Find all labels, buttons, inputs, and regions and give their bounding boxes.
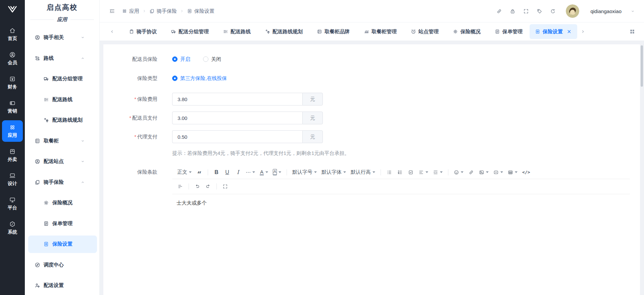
header-actions: qidiangaoxiao (496, 4, 635, 18)
field-label: 配送员保险 (103, 56, 157, 62)
caret-down-icon (486, 171, 489, 173)
truck-icon (43, 76, 49, 82)
bg-color-dropdown[interactable]: A (270, 167, 284, 177)
insurance-fee-input[interactable] (172, 93, 302, 106)
more-styles-dropdown[interactable]: ⋯ (243, 167, 257, 177)
indent-dropdown[interactable] (431, 167, 445, 177)
refresh-icon[interactable] (550, 8, 556, 14)
collapse-menu-icon[interactable] (109, 8, 115, 14)
caret-down-icon (515, 171, 517, 173)
align-dropdown[interactable] (416, 167, 431, 177)
rail-item-member[interactable]: 会员 (2, 48, 23, 69)
link-icon[interactable] (496, 8, 502, 14)
tab-policy-management[interactable]: 保单管理 (488, 23, 530, 41)
font-size-dropdown[interactable]: 默认字号 (290, 167, 319, 177)
caret-down-icon (252, 171, 255, 173)
underline-icon[interactable]: U (222, 167, 233, 177)
breadcrumb-separator-icon (142, 9, 146, 13)
delivery-settings-icon (35, 283, 40, 288)
rail-item-system[interactable]: 系统 (2, 217, 23, 239)
home-icon (9, 27, 16, 34)
tab-rider-agreement[interactable]: 骑手协议 (122, 23, 164, 41)
tab-delivery-group[interactable]: 配送分组管理 (164, 23, 216, 41)
breadcrumb-item-insurance-settings[interactable]: 保险设置 (187, 8, 214, 14)
insurance-icon (149, 8, 155, 14)
rider-pay-input[interactable] (172, 112, 302, 124)
tabs: 骑手协议 配送分组管理 配送路线 配送路线规划 取餐柜品牌 取餐柜管理 站点管理… (122, 23, 577, 41)
rail-item-finance[interactable]: 财务 (2, 72, 23, 93)
tabs-scroll-right-icon[interactable] (581, 29, 585, 34)
terms-editor-content[interactable]: 士大夫或多个 (172, 194, 630, 261)
undo-icon[interactable] (192, 181, 203, 192)
tabs-scroll-left-icon[interactable] (110, 29, 114, 34)
insert-image-dropdown[interactable] (477, 167, 491, 177)
tab-insurance-overview[interactable]: 保险概况 (446, 23, 488, 41)
font-family-dropdown[interactable]: 默认字体 (319, 167, 348, 177)
rail-item-label: 平台 (8, 205, 17, 211)
form-row-insurance-terms: 保险条款 正文 “ B U I ⋯ A A 默认字号 默认字体 (103, 166, 640, 261)
radio-option-off[interactable]: 关闭 (203, 56, 221, 62)
rail-item-marketing[interactable]: 营销 (2, 96, 23, 118)
numbered-list-icon[interactable] (395, 167, 405, 177)
redo-icon[interactable] (203, 181, 213, 192)
breadcrumb-item-apps[interactable]: 应用 (122, 8, 139, 14)
tab-delivery-route[interactable]: 配送路线 (216, 23, 258, 41)
lock-icon[interactable] (510, 8, 515, 14)
tab-cabinet-manage[interactable]: 取餐柜管理 (357, 23, 404, 41)
agent-pay-input[interactable] (172, 130, 302, 143)
radio-selected[interactable] (172, 76, 178, 81)
insert-video-dropdown[interactable] (491, 167, 505, 177)
tab-route-planning[interactable]: 配送路线规划 (258, 23, 310, 41)
map-pin-icon (43, 117, 49, 123)
breadcrumb-item-rider-insurance[interactable]: 骑手保险 (149, 8, 177, 14)
rail-item-design[interactable]: 设计 (2, 169, 23, 190)
blockquote-icon[interactable]: “ (194, 167, 205, 177)
rail-item-takeout[interactable]: 外卖 (2, 144, 23, 166)
vertical-scrollbar-thumb[interactable] (641, 45, 643, 87)
required-mark: * (129, 115, 131, 121)
paragraph-lines-icon[interactable] (175, 181, 186, 192)
form-row-insurance-fee: *保险费用 元 (103, 93, 640, 106)
line-height-dropdown[interactable]: 默认行高 (348, 167, 378, 177)
rail-item-platform[interactable]: 平台 (2, 193, 23, 214)
brand-logo-icon[interactable] (6, 0, 19, 19)
tab-insurance-settings[interactable]: 保险设置 (530, 24, 577, 39)
field-label: 保险条款 (103, 166, 157, 175)
theme-icon[interactable] (537, 8, 542, 14)
user-menu-chevron-icon[interactable] (631, 9, 635, 13)
editor-fullscreen-icon[interactable] (220, 181, 231, 192)
sidebar-item-delivery-route: 配送路线 (25, 89, 99, 110)
close-icon[interactable] (566, 29, 572, 34)
tab-cabinet-brand[interactable]: 取餐柜品牌 (310, 23, 357, 41)
rail-item-apps[interactable]: 应用 (2, 120, 23, 142)
task-list-icon[interactable] (405, 167, 416, 177)
radio-selected[interactable] (172, 56, 178, 62)
sidebar-section-label: 应用 (57, 16, 67, 23)
tab-grid-icon[interactable] (629, 29, 635, 35)
rail-item-label: 营销 (8, 108, 17, 114)
avatar[interactable] (566, 4, 579, 18)
font-color-dropdown[interactable]: A (257, 167, 270, 177)
radio-unselected[interactable] (203, 56, 208, 62)
fullscreen-icon[interactable] (523, 8, 529, 14)
code-block-icon[interactable]: </> (520, 167, 532, 177)
paragraph-style-dropdown[interactable]: 正文 (175, 167, 194, 177)
rail-item-home[interactable]: 首页 (2, 24, 23, 45)
tab-station-manage[interactable]: 站点管理 (404, 23, 446, 41)
bold-icon[interactable]: B (211, 167, 222, 177)
bulleted-list-icon[interactable] (384, 167, 395, 177)
insert-link-icon[interactable] (466, 167, 477, 177)
emoji-dropdown[interactable] (451, 167, 466, 177)
insurance-settings-icon (187, 8, 192, 14)
radio-option-third-party[interactable]: 第三方保险,在线投保 (172, 75, 227, 82)
chevron-down-icon (81, 160, 85, 163)
radio-option-on[interactable]: 开启 (172, 56, 190, 62)
italic-icon[interactable]: I (233, 167, 243, 177)
sidebar-section-divider: 应用 (30, 16, 94, 23)
cabinet-manage-icon (364, 29, 369, 34)
username[interactable]: qidiangaoxiao (590, 8, 622, 14)
insert-table-dropdown[interactable] (505, 167, 520, 177)
unit-suffix: 元 (302, 112, 323, 124)
sidebar: 启点高校 应用 骑手相关 路线 配送分组管理 配送路线 配送路线规划 取餐柜 配… (25, 0, 100, 295)
rider-icon (35, 35, 40, 40)
